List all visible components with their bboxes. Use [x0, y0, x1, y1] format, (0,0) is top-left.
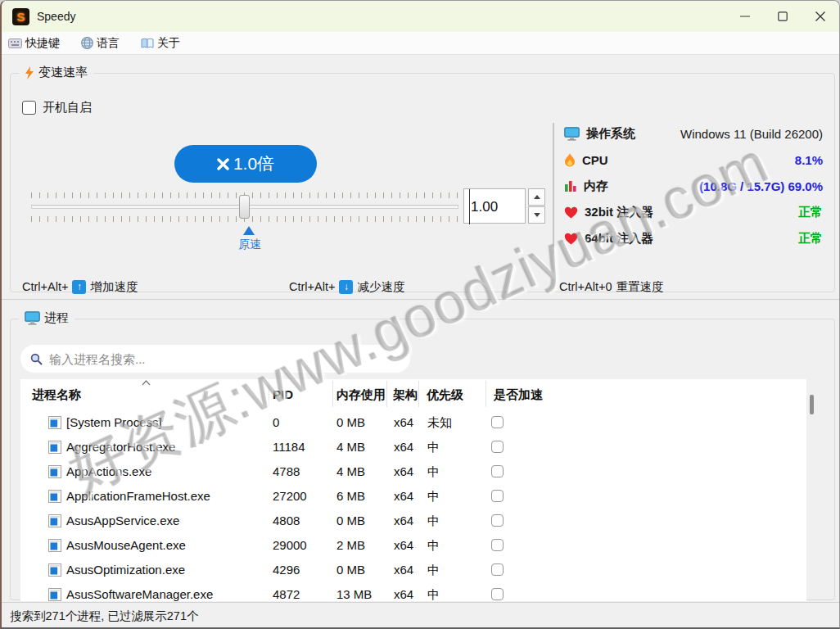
menu-item-about[interactable]: 关于: [141, 36, 180, 51]
header-arch[interactable]: 架构: [393, 387, 418, 403]
minimize-button[interactable]: [726, 1, 764, 32]
search-icon: [30, 353, 43, 365]
maximize-button[interactable]: [764, 1, 802, 32]
shortcut-keys: Ctrl+Alt+: [289, 280, 335, 293]
process-row[interactable]: [System Process] 0 0 MB x64 未知: [20, 410, 806, 435]
speed-value-input[interactable]: [469, 189, 523, 224]
autostart-checkbox[interactable]: [22, 101, 36, 115]
process-pid: 4788: [273, 464, 300, 478]
close-icon: [815, 11, 825, 21]
process-name: ApplicationFrameHost.exe: [66, 489, 210, 503]
spin-up-button[interactable]: [528, 188, 545, 206]
app-logo-icon: S: [12, 8, 29, 25]
process-name: AsusMouseAgent.exe: [66, 538, 186, 552]
process-pid: 29000: [273, 538, 307, 552]
process-arch: x64: [394, 538, 413, 552]
accelerate-checkbox[interactable]: [491, 514, 504, 527]
minimize-icon: [740, 11, 750, 21]
process-priority: 中: [427, 538, 440, 554]
process-pid: 4296: [273, 563, 300, 577]
monitor-icon: [564, 127, 580, 141]
process-app-icon: [48, 490, 61, 503]
shortcut-action: 重置速度: [616, 279, 663, 295]
header-name[interactable]: 进程名称: [32, 387, 81, 403]
search-input[interactable]: [47, 351, 410, 367]
spin-down-icon: [534, 213, 540, 217]
process-priority: 中: [427, 440, 440, 455]
info-row-memory: 内存 (10.8G / 15.7G) 69.0%: [564, 177, 823, 195]
spin-up-icon: [534, 195, 540, 199]
shortcut-decrease: Ctrl+Alt+ ↓ 减少速度: [289, 278, 404, 296]
accelerate-checkbox[interactable]: [491, 563, 504, 576]
shortcut-reset: Ctrl+Alt+0 重置速度: [559, 278, 663, 296]
shortcut-keys: Ctrl+Alt+: [22, 280, 68, 293]
column-separator: [269, 381, 269, 407]
memory-bars-icon: [564, 179, 577, 192]
process-app-icon: [48, 514, 61, 527]
process-mem: 13 MB: [336, 587, 372, 601]
speed-slider[interactable]: [31, 191, 458, 224]
lightning-icon: [25, 66, 34, 79]
monitor-icon: [25, 311, 40, 325]
menu-item-label: 语言: [97, 36, 120, 51]
slider-handle[interactable]: [239, 195, 250, 219]
multiply-icon: [217, 158, 229, 170]
process-arch: x64: [394, 563, 413, 577]
heart-icon: [564, 233, 578, 245]
shortcut-action: 减少速度: [357, 279, 404, 295]
spin-down-button[interactable]: [528, 206, 545, 224]
menu-item-hotkeys[interactable]: 快捷键: [8, 36, 60, 51]
speed-section: 变速速率 开机自启 1.0倍 原速: [10, 73, 835, 292]
process-row[interactable]: AsusAppService.exe 4808 0 MB x64 中: [20, 509, 806, 533]
process-table: 进程名称 PID 内存使用 架构 优先级 是否加速 [System Proces…: [20, 379, 806, 601]
info-label: 操作系统: [586, 126, 635, 142]
process-row[interactable]: AsusMouseAgent.exe 29000 2 MB x64 中: [20, 533, 806, 558]
process-priority: 中: [427, 587, 440, 601]
arrow-up-key-icon: ↑: [72, 280, 86, 294]
process-mem: 6 MB: [336, 489, 365, 503]
window-title: Speedy: [37, 10, 75, 23]
header-mem[interactable]: 内存使用: [336, 387, 386, 403]
speed-rate-button[interactable]: 1.0倍: [174, 145, 317, 183]
process-arch: x64: [394, 489, 413, 503]
info-row-injector64: 64bit 注入器 正常: [564, 229, 823, 247]
arrow-down-key-icon: ↓: [339, 280, 353, 294]
process-priority: 中: [427, 563, 440, 578]
header-accel[interactable]: 是否加速: [494, 387, 543, 403]
info-value-memory: (10.8G / 15.7G) 69.0%: [699, 179, 823, 193]
process-search: [20, 345, 410, 373]
process-row[interactable]: AggregatorHost.exe 11184 4 MB x64 中: [20, 435, 806, 459]
info-value-cpu: 8.1%: [795, 153, 823, 167]
speedy-window: S Speedy 快捷键: [0, 0, 840, 629]
process-name: AppActions.exe: [66, 464, 151, 478]
menu-item-language[interactable]: 语言: [81, 36, 120, 51]
process-row[interactable]: AsusOptimization.exe 4296 0 MB x64 中: [20, 558, 806, 582]
process-row[interactable]: AppActions.exe 4788 4 MB x64 中: [20, 459, 806, 484]
info-row-injector32: 32bit 注入器 正常: [564, 203, 823, 221]
process-row[interactable]: AsusSoftwareManager.exe 4872 13 MB x64 中: [20, 582, 806, 601]
accelerate-checkbox[interactable]: [491, 588, 504, 600]
table-scrollbar-thumb[interactable]: [810, 395, 814, 414]
close-button[interactable]: [802, 1, 839, 32]
process-arch: x64: [394, 514, 413, 527]
process-arch: x64: [394, 464, 413, 478]
process-name: AggregatorHost.exe: [66, 440, 175, 454]
heart-icon: [564, 206, 578, 219]
process-pid: 27200: [273, 489, 307, 503]
process-name: AsusSoftwareManager.exe: [66, 587, 213, 601]
header-priority[interactable]: 优先级: [427, 387, 463, 403]
process-name: AsusAppService.exe: [66, 514, 179, 527]
accelerate-checkbox[interactable]: [491, 465, 504, 477]
accelerate-checkbox[interactable]: [491, 441, 504, 453]
shortcut-action: 增加速度: [90, 279, 138, 295]
process-priority: 中: [427, 464, 440, 480]
process-row[interactable]: ApplicationFrameHost.exe 27200 6 MB x64 …: [20, 484, 806, 509]
process-mem: 0 MB: [336, 415, 365, 429]
process-priority: 中: [427, 489, 440, 505]
accelerate-checkbox[interactable]: [491, 416, 504, 428]
header-pid[interactable]: PID: [273, 387, 293, 401]
accelerate-checkbox[interactable]: [491, 539, 504, 551]
accelerate-checkbox[interactable]: [491, 490, 504, 502]
process-section-title: 进程: [44, 310, 69, 326]
info-label: 64bit 注入器: [585, 231, 653, 247]
